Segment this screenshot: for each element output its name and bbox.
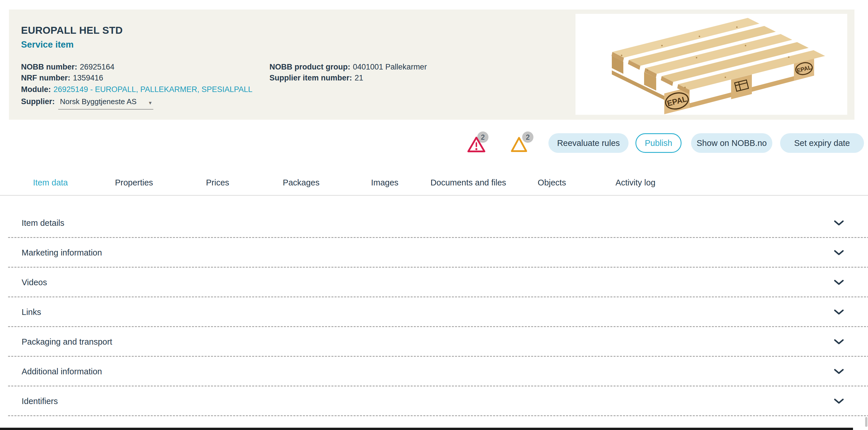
product-group-row: NOBB product group:0401001 Pallekarmer	[270, 61, 427, 73]
tab-documents-and-files[interactable]: Documents and files	[427, 176, 510, 189]
section-label: Links	[22, 308, 41, 317]
section-links[interactable]: Links	[8, 297, 868, 327]
section-label: Additional information	[22, 367, 102, 376]
nobb-number-label: NOBB number:	[21, 63, 77, 71]
section-videos[interactable]: Videos	[8, 268, 868, 297]
show-on-nobb-button[interactable]: Show on NOBB.no	[691, 133, 772, 153]
info-column-left: NOBB number:26925164 NRF number:1359416 …	[21, 61, 252, 113]
tab-packages[interactable]: Packages	[259, 176, 343, 189]
warning-indicator[interactable]: 2	[509, 130, 532, 153]
scrollbar-thumb[interactable]	[865, 417, 867, 427]
footer-edge-bar	[0, 428, 853, 430]
tab-objects[interactable]: Objects	[510, 176, 594, 189]
nrf-number-value: 1359416	[73, 74, 103, 82]
chevron-down-icon	[834, 369, 844, 375]
chevron-down-icon	[834, 250, 844, 256]
chevron-down-icon	[834, 339, 844, 345]
item-type-link[interactable]: Service item	[21, 39, 74, 50]
tab-activity-log[interactable]: Activity log	[594, 176, 677, 189]
tab-bar: Item data Properties Prices Packages Ima…	[9, 176, 677, 189]
tab-properties[interactable]: Properties	[92, 176, 176, 189]
module-row: Module:26925149 - EUROPALL, PALLEKARMER,…	[21, 83, 252, 95]
supplier-item-number-row: Supplier item number:21	[270, 73, 427, 83]
supplier-row: Supplier:Norsk Byggtjeneste AS▾	[21, 96, 252, 113]
page-title: EUROPALL HEL STD	[21, 25, 123, 36]
error-triangle-icon	[467, 136, 486, 153]
set-expiry-date-button[interactable]: Set expiry date	[780, 133, 864, 153]
section-additional-information[interactable]: Additional information	[8, 357, 868, 386]
error-indicator[interactable]: 2	[467, 130, 490, 153]
section-packaging-and-transport[interactable]: Packaging and transport	[8, 327, 868, 357]
product-image: EPAL EPAL	[576, 14, 847, 115]
section-label: Packaging and transport	[22, 337, 112, 347]
section-marketing-information[interactable]: Marketing information	[8, 238, 868, 268]
supplier-select[interactable]: Norsk Byggtjeneste AS▾	[58, 96, 153, 110]
item-detail-page: { "header": { "title": "EUROPALL HEL STD…	[0, 0, 868, 430]
product-header: EUROPALL HEL STD Service item NOBB numbe…	[9, 9, 855, 120]
tab-prices[interactable]: Prices	[176, 176, 259, 189]
info-column-right: NOBB product group:0401001 Pallekarmer S…	[270, 61, 427, 83]
module-label: Module:	[21, 85, 51, 94]
chevron-down-icon	[834, 280, 844, 286]
accordion-list: Item details Marketing information Video…	[8, 208, 868, 416]
tab-item-data[interactable]: Item data	[9, 176, 92, 189]
section-item-details[interactable]: Item details	[8, 208, 868, 238]
supplier-selected-value: Norsk Byggtjeneste AS	[60, 97, 136, 106]
reevaluate-rules-button[interactable]: Reevaluate rules	[549, 133, 628, 153]
nrf-number-label: NRF number:	[21, 74, 70, 82]
section-label: Item details	[22, 218, 64, 228]
supplier-item-number-label: Supplier item number:	[270, 74, 352, 82]
publish-button[interactable]: Publish	[636, 133, 682, 153]
tab-images[interactable]: Images	[343, 176, 427, 189]
section-identifiers[interactable]: Identifiers	[8, 386, 868, 416]
nobb-number-value: 26925164	[80, 63, 115, 71]
supplier-item-number-value: 21	[355, 74, 363, 82]
warning-triangle-icon	[510, 136, 527, 153]
nrf-number-row: NRF number:1359416	[21, 73, 252, 83]
chevron-down-icon	[834, 310, 844, 315]
tab-divider	[0, 195, 868, 196]
chevron-down-icon	[834, 399, 844, 404]
supplier-label: Supplier:	[21, 97, 55, 106]
chevron-down-icon	[834, 220, 844, 226]
product-group-value: 0401001 Pallekarmer	[353, 63, 427, 71]
section-label: Identifiers	[22, 397, 58, 406]
nobb-number-row: NOBB number:26925164	[21, 61, 252, 73]
product-group-label: NOBB product group:	[270, 63, 350, 71]
section-label: Marketing information	[22, 248, 102, 258]
pallet-illustration: EPAL EPAL	[576, 14, 847, 115]
section-label: Videos	[22, 278, 47, 287]
chevron-down-icon: ▾	[149, 99, 152, 106]
module-link[interactable]: 26925149 - EUROPALL, PALLEKARMER, SPESIA…	[53, 85, 252, 94]
